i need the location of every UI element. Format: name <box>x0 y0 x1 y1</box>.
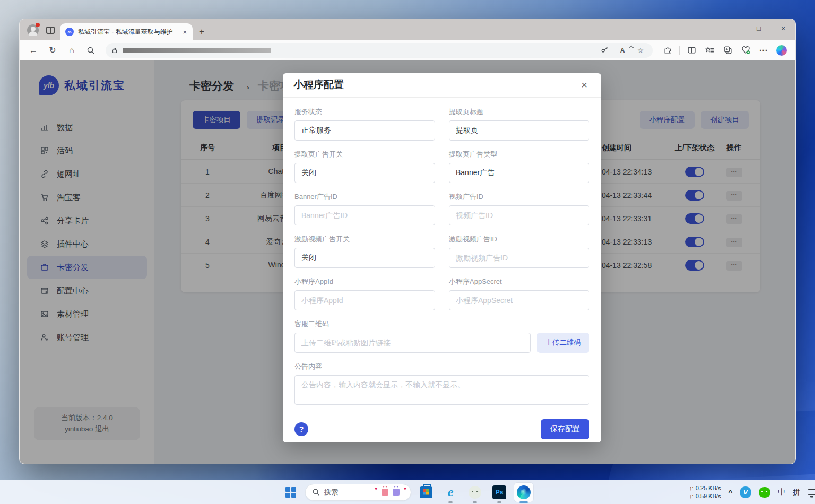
tab-actions-icon[interactable] <box>46 27 55 34</box>
collections-icon[interactable] <box>701 42 718 58</box>
browser-essentials-icon[interactable] <box>737 42 754 58</box>
field-label: 小程序AppId <box>294 277 435 286</box>
modal-close-icon[interactable]: × <box>578 78 591 92</box>
field-label: 服务状态 <box>294 107 435 117</box>
read-aloud-icon[interactable]: A <box>615 47 629 54</box>
banner-ad-id-input[interactable] <box>294 205 435 225</box>
upload-qr-button[interactable]: 上传二维码 <box>537 333 590 353</box>
search-icon <box>312 488 320 496</box>
field-ad-switch: 提取页广告开关 <box>294 150 435 183</box>
search-placeholder: 搜索 <box>324 488 371 497</box>
password-key-icon[interactable] <box>597 46 611 54</box>
field-service-status: 服务状态 <box>294 107 435 141</box>
copilot-icon[interactable] <box>773 42 790 58</box>
browser-tab[interactable]: ∞ 私域引流宝 - 私域流量获取与维护 × <box>60 23 193 40</box>
display-icon[interactable] <box>808 489 815 495</box>
tab-close-icon[interactable]: × <box>181 28 188 36</box>
field-ad-type: 提取页广告类型 <box>449 150 589 183</box>
page-viewport: ylb 私域引流宝 数据 活码 短网址 <box>20 60 795 464</box>
ime-indicator[interactable]: 中 <box>778 488 785 497</box>
window-maximize-button[interactable]: □ <box>747 19 771 37</box>
luggage-icon <box>382 489 388 496</box>
field-notice: 公告内容 <box>294 362 589 407</box>
reward-video-switch-select[interactable] <box>294 248 435 268</box>
appsecret-input[interactable] <box>449 290 589 310</box>
field-label: 小程序AppSecret <box>449 277 589 286</box>
system-tray: ↑: 0.25 KB/s ↓: 0.59 KB/s ^ V 中 拼 <box>689 480 815 504</box>
field-appsecret: 小程序AppSecret <box>449 277 589 310</box>
home-button[interactable]: ⌂ <box>63 42 80 58</box>
heart-icon: ♥ <box>404 486 406 491</box>
network-speed: ↑: 0.25 KB/s ↓: 0.59 KB/s <box>689 484 721 500</box>
appid-input[interactable] <box>294 290 435 310</box>
field-label: 激励视频广告ID <box>449 234 589 244</box>
field-page-title: 提取页标题 <box>449 107 589 141</box>
wechat-icon[interactable] <box>759 487 770 498</box>
taskbar-search[interactable]: 搜索 ♥ ♥ <box>305 484 411 501</box>
browser-toolbar: ← ↻ ⌂ A ☆ <box>20 40 795 60</box>
field-label: 提取页广告类型 <box>449 150 589 159</box>
taskbar: 搜索 ♥ ♥ e Ps ↑: 0.25 KB/s ↓: 0.59 KB/s ^ … <box>0 480 815 504</box>
back-button[interactable]: ← <box>25 42 42 58</box>
ad-switch-select[interactable] <box>294 163 435 183</box>
browser-titlebar: ∞ 私域引流宝 - 私域流量获取与维护 × + – □ × <box>20 19 795 40</box>
modal-title: 小程序配置 <box>293 78 578 92</box>
favorite-star-icon[interactable]: ☆ <box>634 46 647 55</box>
redacted-url <box>123 48 271 53</box>
video-ad-id-input[interactable] <box>449 205 589 225</box>
internet-explorer-icon[interactable]: e <box>441 483 460 502</box>
field-label: 视频广告ID <box>449 192 589 202</box>
luggage-icon <box>393 489 400 496</box>
field-label: Banner广告ID <box>294 192 435 202</box>
photoshop-icon[interactable]: Ps <box>490 483 509 502</box>
reward-video-id-input[interactable] <box>449 248 589 268</box>
field-video-ad-id: 视频广告ID <box>449 192 589 225</box>
notification-dot <box>36 23 40 27</box>
field-appid: 小程序AppId <box>294 277 435 310</box>
field-banner-ad-id: Banner广告ID <box>294 192 435 225</box>
tray-chevron-icon[interactable]: ^ <box>728 488 732 496</box>
pinyin-indicator[interactable]: 拼 <box>793 488 800 497</box>
split-screen-icon[interactable] <box>683 42 700 58</box>
heart-icon: ♥ <box>375 486 378 491</box>
field-label: 公告内容 <box>294 362 589 371</box>
miniprogram-config-modal: 小程序配置 × 服务状态 提取页标题 提取页广告 <box>283 73 601 442</box>
lock-icon <box>111 47 118 54</box>
help-icon[interactable]: ? <box>294 422 308 436</box>
field-label: 提取页标题 <box>449 107 589 117</box>
page-title-input[interactable] <box>449 120 589 141</box>
chat-app-icon[interactable] <box>465 483 484 502</box>
ad-type-select[interactable] <box>449 163 589 183</box>
desktop: ∞ 私域引流宝 - 私域流量获取与维护 × + – □ × ← ↻ ⌂ <box>0 0 815 504</box>
microsoft-store-icon[interactable] <box>417 483 436 502</box>
field-label: 客服二维码 <box>294 319 589 329</box>
field-label: 提取页广告开关 <box>294 150 435 159</box>
search-icon[interactable] <box>82 42 99 58</box>
profile-avatar[interactable] <box>27 24 39 36</box>
settings-more-icon[interactable]: ⋯ <box>755 42 772 58</box>
service-status-select[interactable] <box>294 120 435 141</box>
field-reward-video-id: 激励视频广告ID <box>449 234 589 268</box>
tab-group-icon[interactable] <box>719 42 736 58</box>
address-bar[interactable]: A ☆ <box>106 43 653 58</box>
window-close-button[interactable]: × <box>771 19 795 37</box>
tray-app-icon[interactable]: V <box>740 486 751 498</box>
field-reward-video-switch: 激励视频广告开关 <box>294 234 435 268</box>
notice-textarea[interactable] <box>294 375 589 405</box>
browser-window: ∞ 私域引流宝 - 私域流量获取与维护 × + – □ × ← ↻ ⌂ <box>19 19 796 464</box>
window-minimize-button[interactable]: – <box>722 19 747 37</box>
qr-url-input[interactable] <box>294 333 531 353</box>
tab-favicon-icon: ∞ <box>65 28 74 36</box>
edge-icon[interactable] <box>514 483 533 502</box>
save-config-button[interactable]: 保存配置 <box>541 419 589 439</box>
new-tab-button[interactable]: + <box>199 27 204 37</box>
field-qr-code: 客服二维码 上传二维码 <box>294 319 589 353</box>
tab-title: 私域引流宝 - 私域流量获取与维护 <box>78 28 177 37</box>
start-button[interactable] <box>282 483 300 501</box>
refresh-button[interactable]: ↻ <box>44 42 61 58</box>
field-label: 激励视频广告开关 <box>294 234 435 244</box>
extensions-icon[interactable] <box>659 42 676 58</box>
